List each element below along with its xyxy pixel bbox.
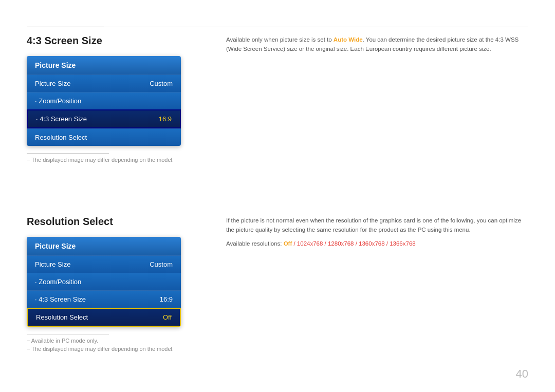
section2-item-43screen-value: 16:9 [160, 295, 173, 303]
section2-item-picture-size-label: Picture Size [35, 260, 70, 268]
section2-footnote-divider [27, 334, 109, 334]
section1-title: 4:3 Screen Size [27, 35, 217, 47]
section2-item-picture-size[interactable]: Picture Size Custom [27, 255, 181, 273]
section1-item-resolution-label: Resolution Select [35, 134, 87, 141]
section2-item-resolution-label: Resolution Select [36, 313, 88, 321]
section2-description: If the picture is not normal even when t… [226, 216, 528, 248]
section2-item-43screen-label: · 4:3 Screen Size [35, 295, 86, 303]
section1-description: Available only when picture size is set … [226, 35, 528, 54]
section2-desc-text: If the picture is not normal even when t… [226, 216, 528, 235]
section2-footnote: − Available in PC mode only. − The displ… [27, 334, 217, 352]
section2-resolution-line: Available resolutions: Off / 1024x768 / … [226, 239, 528, 248]
section2-resolutions: Off / 1024x768 / 1280x768 / 1360x768 / 1… [284, 240, 416, 247]
section2: Resolution Select Picture Size Picture S… [27, 216, 217, 352]
section2-title: Resolution Select [27, 216, 217, 228]
section1-item-43screen-value: 16:9 [159, 115, 172, 123]
section2-item-picture-size-value: Custom [150, 260, 173, 268]
section2-menu-box: Picture Size Picture Size Custom · Zoom/… [27, 237, 181, 327]
section2-resolution-label: Available resolutions: [226, 240, 284, 247]
section2-menu-header: Picture Size [27, 237, 181, 255]
section2-footnote1: − Available in PC mode only. [27, 338, 217, 344]
section1-item-zoom-label: · Zoom/Position [35, 97, 81, 105]
section1-item-picture-size-value: Custom [150, 80, 173, 87]
section1-item-picture-size-label: Picture Size [35, 80, 70, 87]
section1-footnote-divider [27, 153, 109, 154]
page-number: 40 [516, 367, 528, 381]
section1-item-picture-size[interactable]: Picture Size Custom [27, 74, 181, 92]
section2-item-resolution-value: Off [163, 313, 172, 321]
section2-item-43screen[interactable]: · 4:3 Screen Size 16:9 [27, 290, 181, 308]
section2-item-zoom-label: · Zoom/Position [35, 278, 81, 286]
section1-item-43screen-label: · 4:3 Screen Size [36, 115, 87, 123]
section1-menu-box: Picture Size Picture Size Custom · Zoom/… [27, 56, 181, 146]
section1: 4:3 Screen Size Picture Size Picture Siz… [27, 35, 217, 163]
section1-item-zoom[interactable]: · Zoom/Position [27, 92, 181, 109]
section1-item-43screen[interactable]: · 4:3 Screen Size 16:9 [27, 109, 181, 128]
section2-item-resolution[interactable]: Resolution Select Off [27, 308, 181, 327]
desc1-text-before: Available only when picture size is set … [226, 36, 334, 43]
section2-item-zoom[interactable]: · Zoom/Position [27, 273, 181, 290]
auto-wide-text: Auto Wide [334, 36, 363, 43]
top-divider [27, 27, 528, 27]
section1-item-resolution[interactable]: Resolution Select [27, 128, 181, 146]
section1-footnote: − The displayed image may differ dependi… [27, 153, 217, 163]
section1-menu-header: Picture Size [27, 56, 181, 74]
section2-footnote2: − The displayed image may differ dependi… [27, 346, 217, 352]
section2-res-off: Off [284, 240, 292, 247]
